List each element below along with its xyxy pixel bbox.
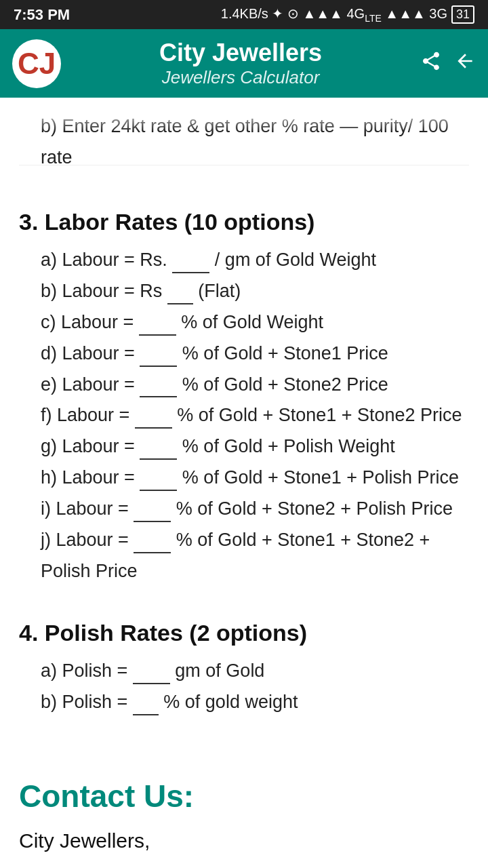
contact-mobile: Mobile: 7986278474 — [19, 859, 469, 868]
blank-g — [140, 458, 177, 460]
blank-i — [134, 521, 171, 522]
status-right: 1.4KB/s ✦ ⊙ ▲▲▲ 4GLTE ▲▲▲ 3G 31 — [221, 5, 474, 24]
app-header: CJ City Jewellers Jewellers Calculator — [0, 29, 488, 98]
main-content: b) Enter 24kt rate & get other % rate — … — [0, 98, 488, 868]
blank-f — [135, 427, 172, 429]
contact-info: City Jewellers, Mobile: 7986278474 E Mai… — [19, 823, 469, 868]
labor-item-d: d) Labour = % of Gold + Stone1 Price — [19, 338, 469, 370]
blank-c — [139, 334, 176, 336]
network-indicator: 1.4KB/s ✦ ⊙ ▲▲▲ 4GLTE ▲▲▲ 3G — [221, 5, 447, 24]
labor-item-g: g) Labour = % of Gold + Polish Weight — [19, 431, 469, 462]
labor-item-f: f) Labour = % of Gold + Stone1 + Stone2 … — [19, 400, 469, 431]
status-time: 7:53 PM — [14, 6, 70, 24]
partial-item-1: b) Enter 24kt rate & get other % rate — … — [19, 111, 469, 165]
labor-item-j: j) Labour = % of Gold + Stone1 + Stone2 … — [19, 525, 469, 587]
labor-item-b: b) Labour = Rs (Flat) — [19, 276, 469, 307]
blank-polish-b — [133, 714, 159, 715]
polish-item-b: b) Polish = % of gold weight — [19, 687, 469, 718]
app-logo: CJ — [12, 39, 61, 88]
polish-section-heading: 4. Polish Rates (2 options) — [19, 620, 469, 646]
blank-j — [134, 552, 171, 553]
battery-indicator: 31 — [451, 5, 474, 24]
polish-section: 4. Polish Rates (2 options) a) Polish = … — [19, 620, 469, 718]
share-icon[interactable] — [420, 50, 442, 77]
contact-name: City Jewellers, — [19, 823, 469, 859]
labor-section-heading: 3. Labor Rates (10 options) — [19, 209, 469, 235]
blank-d — [140, 366, 177, 367]
back-icon[interactable] — [454, 50, 476, 77]
contact-heading: Contact Us: — [19, 778, 469, 814]
header-actions — [420, 50, 476, 77]
app-title: City Jewellers — [159, 39, 322, 67]
blank-e — [140, 396, 177, 397]
labor-item-c: c) Labour = % of Gold Weight — [19, 307, 469, 338]
blank-a — [172, 272, 209, 273]
labor-item-h: h) Labour = % of Gold + Stone1 + Polish … — [19, 462, 469, 494]
blank-b — [167, 303, 193, 304]
labor-section: 3. Labor Rates (10 options) a) Labour = … — [19, 209, 469, 587]
contact-section: Contact Us: City Jewellers, Mobile: 7986… — [19, 778, 469, 868]
status-bar: 7:53 PM 1.4KB/s ✦ ⊙ ▲▲▲ 4GLTE ▲▲▲ 3G 31 — [0, 0, 488, 29]
polish-item-a: a) Polish = gm of Gold — [19, 656, 469, 687]
partial-section: b) Enter 24kt rate & get other % rate — … — [19, 111, 469, 165]
logo-initials: CJ — [18, 49, 56, 79]
blank-polish-a — [133, 683, 170, 684]
blank-h — [140, 490, 177, 491]
app-subtitle: Jewellers Calculator — [162, 67, 320, 88]
labor-item-a: a) Labour = Rs. / gm of Gold Weight — [19, 245, 469, 276]
labor-item-i: i) Labour = % of Gold + Stone2 + Polish … — [19, 494, 469, 525]
header-titles: City Jewellers Jewellers Calculator — [72, 39, 409, 88]
labor-item-e: e) Labour = % of Gold + Stone2 Price — [19, 370, 469, 401]
